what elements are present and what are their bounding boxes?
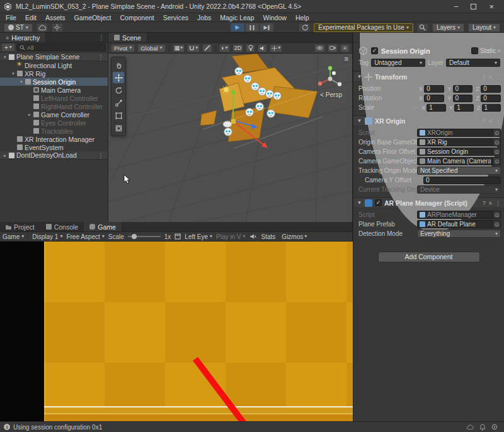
tab-scene[interactable]: Scene bbox=[108, 33, 147, 42]
pause-button[interactable] bbox=[245, 23, 260, 32]
component-header-ar-plane-manager-script[interactable]: ▼✓AR Plane Manager (Script)?≡⋮ bbox=[353, 197, 504, 208]
static-dropdown[interactable]: Static ▾ bbox=[471, 47, 500, 54]
kebab-icon[interactable]: ⋮ bbox=[95, 152, 106, 159]
2d-toggle-button[interactable]: 2D bbox=[232, 44, 244, 52]
object-picker-icon[interactable]: ⊙ bbox=[493, 148, 500, 155]
bell-icon[interactable] bbox=[479, 424, 486, 431]
global-dropdown[interactable]: Global ▾ bbox=[137, 44, 165, 52]
help-icon[interactable]: ? bbox=[483, 74, 486, 80]
help-icon[interactable]: ? bbox=[483, 118, 486, 124]
hierarchy-item-eyes-controller[interactable]: Eyes Controller bbox=[0, 119, 108, 127]
grid-visibility-button[interactable]: ▦▾ bbox=[173, 44, 185, 52]
foldout-arrow-icon[interactable]: ▼ bbox=[357, 200, 362, 206]
position-y-field[interactable]: 0 bbox=[453, 85, 473, 93]
game-viewport[interactable] bbox=[0, 242, 353, 421]
hierarchy-item-game-controller[interactable]: ▸Game Controller bbox=[0, 110, 108, 119]
kebab-icon[interactable]: ⋮ bbox=[95, 34, 108, 41]
tag-dropdown[interactable]: Untagged ▾ bbox=[371, 59, 425, 67]
scale-z-field[interactable]: 1 bbox=[482, 104, 501, 112]
foldout-arrow-icon[interactable]: ▼ bbox=[357, 74, 362, 79]
menu-gameobject[interactable]: GameObject bbox=[70, 14, 116, 21]
transform-tool-button[interactable] bbox=[113, 122, 124, 134]
rotation-y-field[interactable]: 0 bbox=[453, 95, 473, 102]
hierarchy-item-righthand-controller[interactable]: RightHand Controller bbox=[0, 102, 108, 110]
hierarchy-item-plane-simplae-scene[interactable]: ▾Plane Simplae Scene⋮ bbox=[0, 53, 108, 61]
menu-component[interactable]: Component bbox=[115, 14, 158, 21]
play-focus-dropdown[interactable]: Play in V▾ bbox=[216, 233, 245, 240]
kebab-icon[interactable]: ⋮ bbox=[95, 54, 106, 61]
camera-settings-button[interactable] bbox=[328, 44, 338, 52]
scene-lighting-button[interactable] bbox=[246, 44, 255, 52]
eye-mode-dropdown[interactable]: Left Eye▾ bbox=[185, 233, 212, 240]
tab-project[interactable]: Project bbox=[0, 222, 40, 231]
menu-magic-leap[interactable]: Magic Leap bbox=[215, 14, 258, 21]
play-button[interactable]: ▶ bbox=[231, 23, 245, 32]
script-object-field[interactable]: XROrigin⊙ bbox=[417, 129, 501, 137]
undo-history-button[interactable] bbox=[299, 23, 310, 32]
scale-x-field[interactable]: 1 bbox=[427, 104, 446, 112]
scale-y-field[interactable]: 1 bbox=[454, 104, 474, 112]
hierarchy-item-dontdestroyonload[interactable]: ▸DontDestroyOnLoad⋮ bbox=[0, 151, 108, 160]
position-x-field[interactable]: 0 bbox=[424, 85, 444, 93]
object-picker-icon[interactable]: ⊙ bbox=[493, 211, 500, 218]
expand-arrow-icon[interactable]: ▾ bbox=[18, 79, 25, 85]
plane-prefab-object-field[interactable]: AR Default Plane⊙ bbox=[417, 220, 501, 228]
kebab-icon[interactable]: ⋮ bbox=[495, 74, 501, 80]
snap-settings-button[interactable]: ▾ bbox=[187, 44, 200, 52]
tab-game[interactable]: Game bbox=[84, 222, 122, 231]
origin-base-gameobj-object-field[interactable]: XR Rig⊙ bbox=[417, 138, 501, 146]
hierarchy-item-trackables[interactable]: Trackables bbox=[0, 127, 108, 135]
hierarchy-search-input[interactable]: All bbox=[16, 44, 106, 51]
position-z-field[interactable]: 0 bbox=[481, 85, 501, 93]
menu-assets[interactable]: Assets bbox=[41, 14, 70, 21]
hierarchy-item-xr-interaction-manager[interactable]: XR Interaction Manager bbox=[0, 135, 108, 143]
camera-gameobject-object-field[interactable]: Main Camera (Camera)⊙ bbox=[417, 157, 501, 165]
perspective-label[interactable]: < Persp bbox=[320, 91, 342, 98]
slider-knob[interactable] bbox=[132, 234, 137, 239]
layers-dropdown[interactable]: Layers ▾ bbox=[432, 23, 464, 32]
mute-audio-button[interactable] bbox=[249, 233, 256, 240]
camera-floor-offset-c-object-field[interactable]: Session Origin⊙ bbox=[417, 148, 501, 156]
scene-overlay-menu-icon[interactable]: ≡ bbox=[345, 55, 348, 62]
hand-tool-button[interactable] bbox=[113, 59, 124, 71]
maximize-on-play-button[interactable] bbox=[175, 233, 181, 240]
cloud-button[interactable] bbox=[37, 23, 48, 32]
hierarchy-item-main-camera[interactable]: Main Camera bbox=[0, 86, 108, 94]
display-dropdown[interactable]: Display 1▾ bbox=[32, 233, 62, 240]
kebab-icon[interactable]: ⋮ bbox=[495, 200, 501, 206]
presets-icon[interactable]: ≡ bbox=[489, 74, 492, 80]
menu-file[interactable]: File bbox=[1, 14, 21, 21]
expand-arrow-icon[interactable]: ▸ bbox=[2, 153, 8, 158]
hierarchy-item-session-origin[interactable]: ▾Session Origin bbox=[0, 78, 108, 86]
rotation-z-field[interactable]: 0 bbox=[481, 95, 501, 102]
scene-viewport[interactable]: < Persp ≡ bbox=[108, 54, 352, 222]
presets-icon[interactable]: ≡ bbox=[489, 118, 492, 124]
menu-help[interactable]: Help bbox=[291, 14, 314, 21]
minimize-button[interactable]: – bbox=[454, 3, 459, 10]
tracking-origin-mode-dropdown[interactable]: Not Specified▾ bbox=[417, 166, 501, 175]
presets-icon[interactable]: ≡ bbox=[489, 200, 492, 206]
shading-mode-button[interactable]: ◐▾ bbox=[219, 44, 229, 52]
expand-arrow-icon[interactable]: ▾ bbox=[2, 54, 8, 60]
menu-services[interactable]: Services bbox=[159, 14, 193, 21]
rotate-tool-button[interactable] bbox=[113, 85, 124, 96]
effects-button[interactable]: ▾ bbox=[270, 44, 282, 52]
object-picker-icon[interactable]: ⊙ bbox=[493, 158, 500, 165]
close-button[interactable]: × bbox=[489, 3, 494, 11]
measure-button[interactable] bbox=[202, 44, 212, 52]
gizmos-dropdown[interactable]: Gizmos▾ bbox=[280, 233, 308, 240]
object-picker-icon[interactable]: ⊙ bbox=[493, 139, 500, 146]
aspect-ratio-dropdown[interactable]: Free Aspect▾ bbox=[66, 233, 104, 240]
menu-edit[interactable]: Edit bbox=[21, 14, 41, 21]
menu-jobs[interactable]: Jobs bbox=[193, 14, 215, 21]
pivot-dropdown[interactable]: Pivot ▾ bbox=[111, 44, 135, 52]
hierarchy-item-xr-rig[interactable]: ▾XR Rig bbox=[0, 69, 108, 78]
layer-dropdown[interactable]: Default ▾ bbox=[446, 59, 500, 67]
hierarchy-item-directional-light[interactable]: Directional Light bbox=[0, 61, 108, 69]
scene-audio-button[interactable] bbox=[258, 44, 267, 52]
tab-console[interactable]: Console bbox=[40, 222, 84, 231]
search-button[interactable] bbox=[417, 23, 428, 32]
scale-slider[interactable] bbox=[128, 233, 161, 240]
gameobject-name[interactable]: Session Origin bbox=[381, 47, 468, 55]
active-checkbox[interactable]: ✓ bbox=[371, 47, 378, 54]
